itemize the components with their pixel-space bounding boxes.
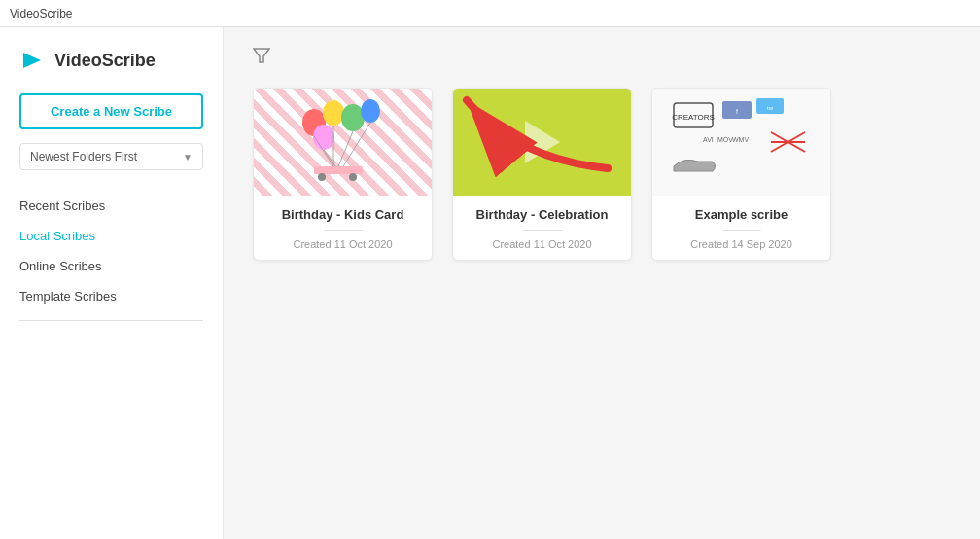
svg-text:f: f: [736, 108, 738, 115]
balloons-decoration: [285, 93, 402, 191]
title-bar: VideoScribe: [0, 0, 980, 27]
sidebar: VideoScribe Create a New Scribe Newest F…: [0, 27, 224, 539]
filter-icon-area[interactable]: [253, 47, 951, 68]
card-divider-2: [523, 230, 562, 231]
sidebar-item-template[interactable]: Template Scribes: [19, 282, 203, 312]
main-content: Birthday - Kids Card Created 11 Oct 2020…: [224, 27, 980, 539]
videoscribe-logo-icon: [19, 47, 47, 74]
card-title-birthday-celebration: Birthday - Celebration: [476, 207, 609, 222]
card-thumbnail-birthday-kids: [254, 89, 432, 196]
scribe-card-birthday-kids[interactable]: Birthday - Kids Card Created 11 Oct 2020: [253, 88, 433, 261]
card-thumbnail-birthday-celebration: [453, 89, 631, 196]
title-bar-text: VideoScribe: [10, 7, 73, 20]
svg-line-10: [338, 131, 353, 166]
svg-point-7: [313, 125, 334, 150]
nav-section: Recent Scribes Local Scribes Online Scri…: [19, 192, 203, 312]
card-divider: [324, 230, 363, 231]
sidebar-item-local[interactable]: Local Scribes: [19, 222, 203, 252]
svg-text:MOV: MOV: [718, 136, 733, 143]
logo-area: VideoScribe: [19, 47, 203, 74]
play-icon: [525, 121, 560, 163]
svg-point-15: [349, 173, 357, 181]
sort-label: Newest Folders First: [30, 150, 137, 163]
svg-point-4: [323, 100, 344, 126]
svg-marker-0: [23, 53, 41, 68]
svg-point-6: [361, 99, 380, 123]
sidebar-item-recent[interactable]: Recent Scribes: [19, 192, 203, 222]
chevron-down-icon: ▼: [183, 152, 192, 162]
card-thumbnail-example: CREATORS f tw AVI MOV WMV: [652, 89, 830, 196]
card-divider-3: [722, 230, 761, 231]
svg-point-14: [318, 173, 326, 181]
card-body-example: Example scribe Created 14 Sep 2020: [652, 196, 830, 260]
card-date-example: Created 14 Sep 2020: [690, 238, 792, 250]
create-new-scribe-button[interactable]: Create a New Scribe: [19, 93, 203, 129]
sidebar-item-online[interactable]: Online Scribes: [19, 252, 203, 282]
nav-divider: [19, 320, 203, 321]
svg-text:CREATORS: CREATORS: [672, 113, 715, 122]
svg-text:AVI: AVI: [703, 136, 714, 143]
svg-text:WMV: WMV: [732, 136, 749, 143]
logo-text: VideoScribe: [54, 51, 156, 71]
scribe-card-birthday-celebration[interactable]: Birthday - Celebration Created 11 Oct 20…: [452, 88, 632, 261]
example-scribe-thumbnail: CREATORS f tw AVI MOV WMV: [664, 93, 820, 191]
card-date-birthday-celebration: Created 11 Oct 2020: [492, 238, 591, 250]
card-body-birthday-celebration: Birthday - Celebration Created 11 Oct 20…: [453, 196, 631, 260]
card-date-birthday-kids: Created 11 Oct 2020: [293, 238, 392, 250]
cards-grid: Birthday - Kids Card Created 11 Oct 2020…: [253, 88, 951, 261]
svg-rect-13: [314, 166, 363, 174]
svg-text:tw: tw: [767, 105, 774, 111]
card-title-birthday-kids: Birthday - Kids Card: [282, 207, 404, 222]
filter-icon[interactable]: [253, 47, 270, 64]
card-body-birthday-kids: Birthday - Kids Card Created 11 Oct 2020: [254, 196, 432, 260]
card-title-example: Example scribe: [695, 207, 788, 222]
app-body: VideoScribe Create a New Scribe Newest F…: [0, 27, 980, 539]
sort-dropdown[interactable]: Newest Folders First ▼: [19, 143, 203, 170]
svg-marker-1: [254, 49, 269, 62]
scribe-card-example[interactable]: CREATORS f tw AVI MOV WMV: [651, 88, 831, 261]
